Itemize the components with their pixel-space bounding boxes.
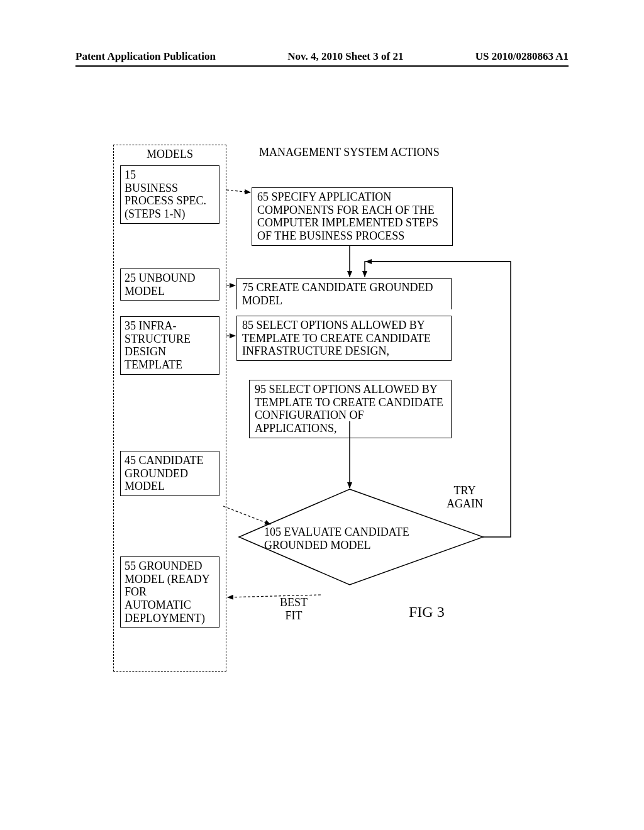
box-95-text: 95 SELECT OPTIONS ALLOWED BY TEMPLATE TO… <box>255 383 443 434</box>
box-65-specify-application-components: 65 SPECIFY APPLICATION COMPONENTS FOR EA… <box>252 187 453 246</box>
box-15-text: 15 BUSINESS PROCESS SPEC. (STEPS 1-N) <box>125 169 206 220</box>
actions-title: MANAGEMENT SYSTEM ACTIONS <box>259 146 440 159</box>
box-45-text: 45 CANDIDATE GROUNDED MODEL <box>125 454 204 492</box>
box-25-text: 25 UNBOUND MODEL <box>125 272 196 297</box>
header-rule <box>75 65 569 67</box>
box-95-select-configuration-options: 95 SELECT OPTIONS ALLOWED BY TEMPLATE TO… <box>249 380 452 438</box>
best-fit-label: BEST FIT <box>272 596 316 622</box>
diagram-figure-3: MODELS 15 BUSINESS PROCESS SPEC. (STEPS … <box>113 145 535 685</box>
box-85-select-infrastructure-options: 85 SELECT OPTIONS ALLOWED BY TEMPLATE TO… <box>236 316 452 361</box>
header-right: US 2010/0280863 A1 <box>475 50 569 63</box>
box-35-infrastructure-template: 35 INFRA-STRUCTURE DESIGN TEMPLATE <box>120 316 219 375</box>
box-55-text: 55 GROUNDED MODEL (READY FOR AUTOMATIC D… <box>125 560 209 624</box>
box-75-create-candidate-grounded-model: 75 CREATE CANDIDATE GROUNDED MODEL <box>236 278 452 309</box>
box-25-unbound-model: 25 UNBOUND MODEL <box>120 268 219 301</box>
box-65-text: 65 SPECIFY APPLICATION COMPONENTS FOR EA… <box>257 191 438 242</box>
figure-number-label: FIG 3 <box>409 604 445 621</box>
box-45-candidate-grounded-model: 45 CANDIDATE GROUNDED MODEL <box>120 451 219 496</box>
box-15-business-process-spec: 15 BUSINESS PROCESS SPEC. (STEPS 1-N) <box>120 165 219 224</box>
box-35-text: 35 INFRA-STRUCTURE DESIGN TEMPLATE <box>125 319 191 371</box>
models-column: MODELS 15 BUSINESS PROCESS SPEC. (STEPS … <box>113 145 226 672</box>
header-center: Nov. 4, 2010 Sheet 3 of 21 <box>287 50 403 63</box>
box-75-text: 75 CREATE CANDIDATE GROUNDED MODEL <box>242 281 433 307</box>
header-left: Patent Application Publication <box>75 50 216 63</box>
box-55-grounded-model: 55 GROUNDED MODEL (READY FOR AUTOMATIC D… <box>120 556 219 628</box>
page-header: Patent Application Publication Nov. 4, 2… <box>0 50 644 67</box>
box-85-text: 85 SELECT OPTIONS ALLOWED BY TEMPLATE TO… <box>242 319 431 357</box>
models-title: MODELS <box>114 148 226 161</box>
decision-105-label: 105 EVALUATE CANDIDATE GROUNDED MODEL <box>264 526 428 551</box>
try-again-label: TRY AGAIN <box>443 484 487 510</box>
